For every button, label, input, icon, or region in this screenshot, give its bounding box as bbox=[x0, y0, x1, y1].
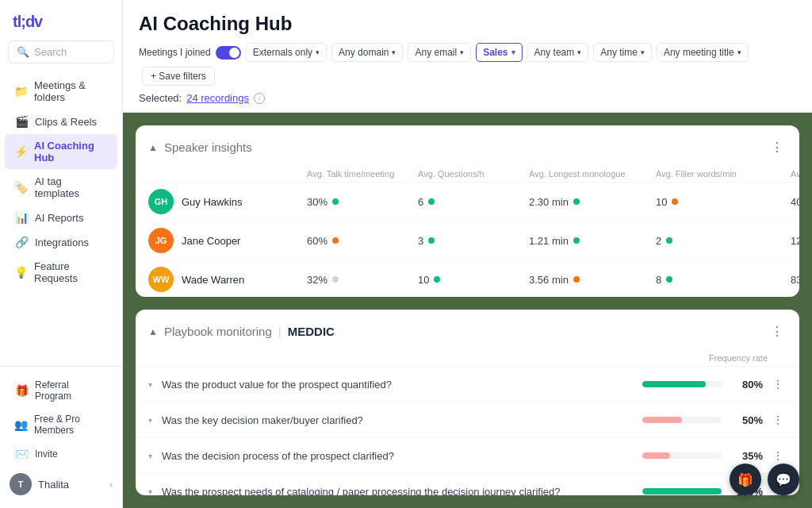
progress-bar-container bbox=[642, 381, 722, 387]
expand-chevron-icon[interactable]: ▾ bbox=[148, 416, 152, 425]
collapse-chevron-icon[interactable]: ▲ bbox=[148, 326, 158, 337]
questions-cell: 10 bbox=[418, 274, 529, 286]
expand-chevron-icon[interactable]: ▾ bbox=[148, 452, 152, 460]
progress-percentage: 35% bbox=[734, 450, 763, 462]
clips-icon: 🎬 bbox=[14, 115, 29, 128]
expand-chevron-icon[interactable]: ▾ bbox=[148, 380, 152, 389]
sidebar-item-label: Invite bbox=[35, 448, 58, 460]
wpm-cell: 83 bbox=[791, 274, 799, 286]
sales-filter[interactable]: Sales ▾ bbox=[476, 43, 522, 62]
list-item: ▾ Was the decision process of the prospe… bbox=[136, 437, 799, 473]
main-content: AI Coaching Hub Meetings I joined Extern… bbox=[123, 0, 812, 508]
list-item: ▾ Was the product value for the prospect… bbox=[136, 366, 799, 402]
search-placeholder: Search bbox=[34, 46, 67, 58]
sidebar-item-label: AI tag templates bbox=[35, 175, 108, 199]
sidebar-item-label: Free & Pro Members bbox=[34, 414, 108, 436]
sidebar-item-meetings[interactable]: 📁 Meetings & folders bbox=[5, 74, 117, 109]
sidebar-item-feature-requests[interactable]: 💡 Feature Requests bbox=[5, 255, 117, 290]
status-dot bbox=[332, 198, 339, 205]
sidebar-item-coaching[interactable]: ⚡ AI Coaching Hub bbox=[5, 134, 117, 169]
domain-filter[interactable]: Any domain ▾ bbox=[331, 43, 403, 62]
referral-icon: 🎁 bbox=[14, 384, 29, 397]
more-options-icon[interactable]: ⋮ bbox=[768, 137, 787, 158]
card-header: ▲ Speaker insights ⋮ bbox=[136, 125, 799, 166]
coaching-icon: ⚡ bbox=[14, 145, 28, 158]
wpm-cell: 120 bbox=[791, 235, 799, 247]
progress-bar-container bbox=[642, 417, 722, 423]
page-title: AI Coaching Hub bbox=[139, 13, 796, 35]
progress-percentage: 80% bbox=[734, 379, 763, 391]
sidebar-item-clips[interactable]: 🎬 Clips & Reels bbox=[5, 110, 117, 133]
avatar: GH bbox=[148, 189, 174, 214]
list-item: ▾ Was the prospect needs of cataloging /… bbox=[136, 473, 799, 495]
email-filter[interactable]: Any email ▾ bbox=[408, 43, 471, 62]
float-buttons: 🎁 💬 bbox=[730, 464, 799, 495]
sidebar-item-label: Feature Requests bbox=[34, 260, 108, 284]
sidebar-item-integrations[interactable]: 🔗 Integrations bbox=[5, 230, 117, 254]
speaker-name: Guy Hawkins bbox=[182, 196, 243, 208]
questions-cell: 3 bbox=[418, 235, 529, 247]
sidebar-item-reports[interactable]: 📊 AI Reports bbox=[5, 206, 117, 229]
playbook-card: ▲ Playbook monitoring | MEDDIC ⋮ Frequen… bbox=[136, 310, 799, 495]
speaker-name: Jane Cooper bbox=[182, 235, 240, 247]
speaker-info: WW Wade Warren bbox=[148, 267, 307, 292]
team-label: Any team bbox=[534, 47, 575, 58]
chevron-right-icon: › bbox=[109, 479, 113, 489]
sidebar-item-label: AI Coaching Hub bbox=[34, 140, 108, 164]
collapse-chevron-icon[interactable]: ▲ bbox=[148, 142, 158, 153]
progress-percentage: 50% bbox=[734, 414, 763, 426]
save-filters-button[interactable]: + Save filters bbox=[142, 67, 215, 86]
team-filter[interactable]: Any team ▾ bbox=[527, 43, 589, 62]
progress-bar-container bbox=[642, 452, 722, 459]
chat-button[interactable]: 💬 bbox=[768, 464, 799, 495]
tag-icon: 🏷️ bbox=[14, 181, 29, 194]
time-filter[interactable]: Any time ▾ bbox=[593, 43, 652, 62]
playbook-question: Was the prospect needs of cataloging / p… bbox=[162, 486, 636, 495]
more-options-icon[interactable]: ⋮ bbox=[769, 446, 787, 465]
info-icon[interactable]: i bbox=[254, 93, 265, 104]
more-options-icon[interactable]: ⋮ bbox=[769, 375, 787, 394]
col-filler: Avg. Filler words/min bbox=[656, 169, 791, 179]
toggle-switch[interactable] bbox=[216, 46, 241, 60]
more-options-icon[interactable]: ⋮ bbox=[768, 321, 787, 342]
meeting-title-filter[interactable]: Any meeting title ▾ bbox=[657, 43, 749, 62]
sidebar-item-invite[interactable]: ✉️ Invite bbox=[5, 442, 117, 466]
sidebar-item-referral[interactable]: 🎁 Referral Program bbox=[5, 374, 117, 407]
scrollable-content: ▲ Speaker insights ⋮ Avg. Talk time/meet… bbox=[123, 113, 812, 508]
selected-label: Selected: bbox=[139, 92, 182, 104]
sidebar-nav: 📁 Meetings & folders 🎬 Clips & Reels ⚡ A… bbox=[0, 70, 122, 366]
selected-bar: Selected: 24 recordings i bbox=[139, 92, 796, 104]
status-dot bbox=[428, 237, 435, 244]
user-profile[interactable]: T Thalita › bbox=[0, 467, 122, 502]
user-name: Thalita bbox=[38, 479, 69, 491]
playbook-card-header: ▲ Playbook monitoring | MEDDIC ⋮ bbox=[136, 310, 799, 350]
recordings-link[interactable]: 24 recordings bbox=[186, 92, 249, 104]
more-options-icon[interactable]: ⋮ bbox=[769, 410, 787, 429]
col-questions: Avg. Questions/h bbox=[418, 169, 529, 179]
meetings-joined-toggle[interactable]: Meetings I joined bbox=[139, 46, 241, 60]
list-item: ▾ Was the key decision maker/buyer clari… bbox=[136, 402, 799, 437]
status-dot bbox=[573, 276, 580, 283]
status-dot bbox=[332, 237, 339, 244]
sidebar-item-members[interactable]: 👥 Free & Pro Members bbox=[5, 408, 117, 441]
integrations-icon: 🔗 bbox=[14, 236, 29, 248]
speaker-rows: GH Guy Hawkins 30% 6 2.30 min 10 40 JG J… bbox=[136, 183, 799, 297]
gift-button[interactable]: 🎁 bbox=[730, 464, 761, 495]
status-dot bbox=[672, 198, 678, 205]
table-row: JG Jane Cooper 60% 3 1.21 min 2 120 bbox=[136, 221, 799, 260]
chevron-down-icon: ▾ bbox=[577, 48, 581, 56]
sidebar-item-tag-templates[interactable]: 🏷️ AI tag templates bbox=[5, 170, 117, 205]
sidebar-item-label: Referral Program bbox=[35, 379, 108, 402]
col-wpm: Avg. WPM bbox=[791, 169, 799, 179]
search-input[interactable]: 🔍 Search bbox=[8, 40, 114, 64]
expand-chevron-icon[interactable]: ▾ bbox=[148, 487, 152, 495]
speaker-name: Wade Warren bbox=[182, 274, 244, 286]
status-dot bbox=[573, 237, 580, 244]
status-dot bbox=[666, 276, 672, 283]
speaker-insights-title: Speaker insights bbox=[164, 140, 252, 154]
speaker-info: JG Jane Cooper bbox=[148, 228, 307, 253]
status-dot bbox=[666, 237, 672, 244]
page-header: AI Coaching Hub Meetings I joined Extern… bbox=[123, 0, 812, 113]
chevron-down-icon: ▾ bbox=[316, 48, 320, 56]
externals-filter[interactable]: Externals only ▾ bbox=[246, 43, 327, 62]
